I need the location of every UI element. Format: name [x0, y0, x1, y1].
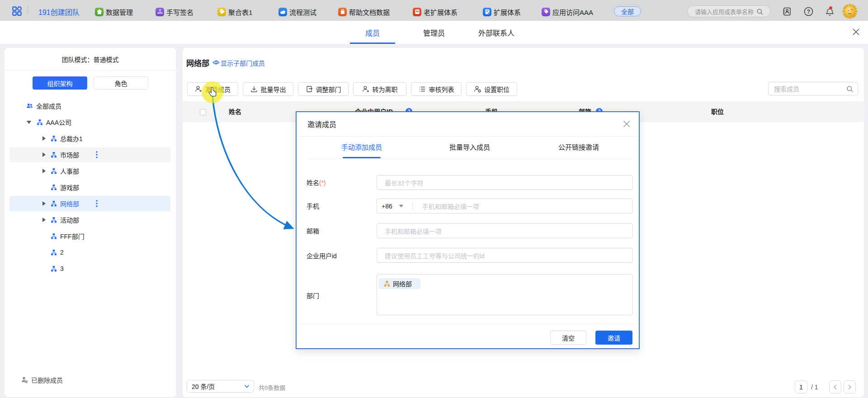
- svg-text:?: ?: [807, 9, 810, 15]
